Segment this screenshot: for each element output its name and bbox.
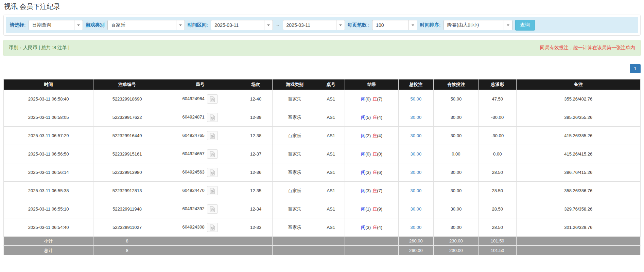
cell-total-bet: 30.00 [398,218,433,237]
table-row: 2025-03-11 06:58:05 522329917622 6049248… [4,108,641,127]
subtotal-count: 8 [93,237,161,246]
video-replay-button[interactable] [207,204,218,214]
cell-valid-bet: 0.00 [433,145,478,163]
video-replay-button[interactable] [207,131,218,140]
cell-table-no: AS1 [317,90,345,108]
header-result: 结果 [345,79,398,90]
banker-score: (6) [377,170,382,175]
page-size-dropdown[interactable]: 100 [372,20,417,30]
player-label: 闲 [361,115,365,120]
player-label: 闲 [361,151,365,157]
banker-label: 庄 [372,115,377,120]
date-to-value: 2025-03-11 [283,20,336,30]
cell-game-type: 百家乐 [272,218,317,237]
cell-session: 12-33 [239,218,272,237]
video-replay-button[interactable] [207,168,218,177]
video-replay-button[interactable] [207,149,218,159]
cell-time: 2025-03-11 06:54:40 [4,218,93,237]
page-size-value: 100 [372,20,408,30]
cell-total-bet: 30.00 [398,200,433,218]
round-no-text: 604924871 [182,114,205,120]
total-bet-link[interactable]: 30.00 [411,133,422,138]
total-bet-link[interactable]: 30.00 [411,188,422,193]
player-label: 闲 [361,206,365,212]
cell-remark: 355.26/402.76 [516,90,641,108]
cell-game-type: 百家乐 [272,127,317,145]
cell-round-no: 604924765 [161,127,239,145]
cell-payout: -30.00 [478,127,516,145]
total-bet-link[interactable]: 50.00 [411,96,422,102]
chevron-down-icon [408,20,417,30]
round-no-text: 604924392 [182,206,205,211]
video-replay-button[interactable] [207,113,218,122]
filter-panel: 请选择: 日期查询 游戏类别 百家乐 时间区间: 2025-03-11 ~ 20… [3,15,641,36]
sort-order-dropdown[interactable]: 降幂(由大到小) [443,20,512,30]
page-container: 视讯 会员下注纪录 请选择: 日期查询 游戏类别 百家乐 时间区间: 2025-… [0,0,644,255]
chevron-down-icon [264,20,273,30]
round-no-text: 604924563 [182,169,205,175]
cell-total-bet: 30.00 [398,163,433,182]
table-row: 2025-03-11 06:57:29 522329916449 6049247… [4,127,641,145]
page-size-label: 每页笔数 : [348,22,370,28]
subtotal-payout: 101.50 [478,237,516,246]
header-time: 时间 [4,79,93,90]
video-file-icon [210,224,215,231]
filter-bar: 请选择: 日期查询 游戏类别 百家乐 时间区间: 2025-03-11 ~ 20… [6,17,638,33]
cell-result: 闲(3)庄(7) [345,182,398,200]
date-from-value: 2025-03-11 [211,20,264,30]
player-label: 闲 [361,133,365,138]
cell-remark: 385.26/355.26 [516,108,641,127]
header-remark: 备注 [516,79,641,90]
banker-label: 庄 [372,188,377,193]
date-to-picker[interactable]: 2025-03-11 [283,20,345,30]
cell-result: 闲(0)庄(7) [345,90,398,108]
cell-time: 2025-03-11 06:58:40 [4,90,93,108]
cell-session: 12-38 [239,127,272,145]
cell-bet-no: 522329911948 [93,200,161,218]
total-bet-link[interactable]: 30.00 [411,225,422,230]
total-bet-link[interactable]: 30.00 [411,151,422,157]
betting-records-table: 时间 注单编号 局号 场次 游戏类别 桌号 结果 总投注 有效投注 总派彩 备注… [3,79,641,255]
cell-remark: 386.76/415.26 [516,163,641,182]
cell-valid-bet: 30.00 [433,108,478,127]
cell-total-bet: 50.00 [398,90,433,108]
chevron-down-icon [336,20,345,30]
banker-label: 庄 [372,170,377,175]
cell-payout: 28.50 [478,218,516,237]
cell-result: 闲(1)庄(9) [345,200,398,218]
game-type-dropdown[interactable]: 百家乐 [107,20,185,30]
cell-remark: 358.26/386.76 [516,182,641,200]
total-total-bet: 260.00 [398,246,433,255]
video-replay-button[interactable] [207,186,218,195]
cell-valid-bet: 30.00 [433,127,478,145]
video-replay-button[interactable] [207,94,218,104]
query-type-dropdown[interactable]: 日期查询 [29,20,83,30]
video-replay-button[interactable] [207,223,218,232]
cell-table-no: AS1 [317,127,345,145]
header-valid-bet: 有效投注 [433,79,478,90]
currency-total-text: 币别：人民币 | 总共 :8 注单 | [9,45,69,51]
cell-game-type: 百家乐 [272,145,317,163]
total-bet-link[interactable]: 30.00 [411,206,422,212]
page-number-button[interactable]: 1 [630,64,641,73]
cell-round-no: 604924964 [161,90,239,108]
header-session: 场次 [239,79,272,90]
round-no-text: 604924308 [182,224,205,230]
cell-time: 2025-03-11 06:58:05 [4,108,93,127]
cell-payout: 28.50 [478,163,516,182]
player-score: (3) [365,188,371,193]
total-bet-link[interactable]: 30.00 [411,115,422,120]
banker-score: (7) [377,188,382,193]
cell-game-type: 百家乐 [272,163,317,182]
player-score: (1) [365,206,371,212]
table-row: 2025-03-11 06:54:40 522329911027 6049243… [4,218,641,237]
cell-time: 2025-03-11 06:55:38 [4,182,93,200]
search-button[interactable]: 查询 [515,20,535,31]
cell-payout: 28.50 [478,200,516,218]
cell-game-type: 百家乐 [272,108,317,127]
round-no-text: 604924470 [182,188,205,193]
total-bet-link[interactable]: 30.00 [411,170,422,175]
table-row: 2025-03-11 06:58:40 522329918690 6049249… [4,90,641,108]
date-from-picker[interactable]: 2025-03-11 [211,20,273,30]
player-label: 闲 [361,225,365,230]
